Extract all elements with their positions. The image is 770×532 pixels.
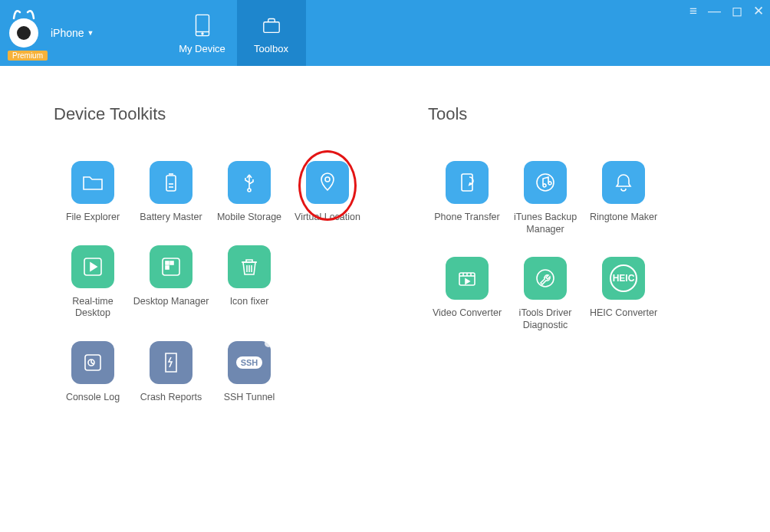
tile-label: Virtual Location — [295, 212, 360, 224]
tile-label: iTools Driver Diagnostic — [507, 307, 584, 331]
svg-point-10 — [325, 177, 330, 182]
svg-rect-4 — [166, 176, 176, 191]
tile-label: Real-time Desktop — [54, 296, 131, 320]
section-title: Device Toolkits — [54, 104, 367, 124]
music-note-icon — [524, 161, 567, 204]
tile-label: Phone Transfer — [434, 212, 499, 224]
tile-label: File Explorer — [66, 212, 120, 224]
tile-console-log[interactable]: Console Log — [54, 341, 132, 404]
section-tools: Tools Phone Transfer iTunes Backup Manag… — [428, 104, 663, 404]
tile-label: Icon fixer — [230, 296, 269, 308]
tile-crash-reports[interactable]: Crash Reports — [132, 341, 210, 404]
window-controls: ≡ — ◻ ✕ — [689, 5, 764, 18]
tile-itunes-backup[interactable]: iTunes Backup Manager — [506, 161, 584, 235]
tile-label: Crash Reports — [140, 392, 202, 404]
crash-icon — [150, 341, 192, 384]
tile-battery-master[interactable]: Battery Master — [132, 161, 210, 224]
bell-icon — [602, 161, 645, 204]
tab-label: Toolbox — [254, 43, 288, 54]
content-area: Device Toolkits File Explorer Battery Ma… — [0, 66, 770, 404]
svg-rect-15 — [166, 266, 169, 269]
location-pin-icon — [306, 161, 349, 204]
svg-rect-13 — [166, 261, 169, 264]
section-device-toolkits: Device Toolkits File Explorer Battery Ma… — [54, 104, 367, 404]
trash-icon — [228, 245, 271, 288]
menu-icon[interactable]: ≡ — [689, 5, 697, 18]
tile-ringtone-maker[interactable]: Ringtone Maker — [584, 161, 663, 235]
tile-label: Video Converter — [433, 307, 502, 320]
apps-grid-icon — [150, 245, 192, 288]
minimize-icon[interactable]: — — [708, 5, 721, 18]
tile-virtual-location[interactable]: Virtual Location — [288, 161, 367, 224]
tile-label: SSH Tunnel — [224, 392, 275, 404]
tile-ssh-tunnel[interactable]: SSH SSH Tunnel — [210, 341, 288, 404]
tools-grid: Phone Transfer iTunes Backup Manager Rin… — [428, 161, 663, 332]
wrench-icon — [524, 257, 567, 300]
tile-realtime-desktop[interactable]: Real-time Desktop — [54, 245, 132, 320]
tile-label: HEIC Converter — [590, 307, 657, 320]
tile-label: Battery Master — [140, 212, 202, 224]
tile-label: iTunes Backup Manager — [507, 212, 584, 235]
tile-mobile-storage[interactable]: Mobile Storage — [210, 161, 288, 224]
play-icon — [71, 245, 114, 288]
tab-toolbox[interactable]: Toolbox — [237, 0, 306, 66]
svg-point-8 — [248, 189, 251, 192]
notification-badge — [265, 340, 272, 347]
maximize-icon[interactable]: ◻ — [732, 5, 742, 18]
app-header: Premium iPhone ▼ My Device Toolbox ≡ — ◻ — [0, 0, 770, 66]
svg-line-23 — [91, 363, 94, 364]
tile-heic-converter[interactable]: HEIC HEIC Converter — [584, 257, 663, 331]
close-icon[interactable]: ✕ — [753, 5, 764, 18]
tile-icon-fixer[interactable]: Icon fixer — [210, 245, 288, 320]
tile-desktop-manager[interactable]: Desktop Manager — [132, 245, 210, 320]
tab-label: My Device — [179, 43, 225, 54]
svg-point-2 — [201, 33, 202, 34]
svg-point-31 — [537, 270, 554, 287]
usb-icon — [228, 161, 271, 204]
tile-driver-diagnostic[interactable]: iTools Driver Diagnostic — [506, 257, 584, 331]
log-icon — [71, 341, 114, 384]
logo-area: Premium iPhone ▼ — [0, 0, 94, 66]
tile-label: Mobile Storage — [217, 212, 281, 224]
tile-phone-transfer[interactable]: Phone Transfer — [428, 161, 506, 235]
section-title: Tools — [428, 104, 663, 124]
device-selector[interactable]: iPhone ▼ — [51, 27, 94, 39]
svg-rect-14 — [170, 261, 173, 264]
ssh-icon: SSH — [228, 341, 271, 384]
nav-tabs: My Device Toolbox — [168, 0, 306, 66]
tile-label: Desktop Manager — [133, 296, 209, 308]
phone-transfer-icon — [446, 161, 489, 204]
premium-badge: Premium — [8, 51, 48, 61]
film-icon — [446, 257, 489, 300]
tab-my-device[interactable]: My Device — [168, 0, 237, 66]
tile-label: Console Log — [66, 392, 120, 404]
tile-label: Ringtone Maker — [590, 212, 657, 224]
svg-rect-3 — [263, 21, 278, 32]
svg-rect-24 — [462, 174, 472, 191]
device-toolkits-grid: File Explorer Battery Master Mobile Stor… — [54, 161, 367, 404]
tile-video-converter[interactable]: Video Converter — [428, 257, 506, 331]
svg-rect-20 — [85, 355, 100, 370]
tile-file-explorer[interactable]: File Explorer — [54, 161, 132, 224]
app-logo: Premium — [6, 15, 41, 51]
device-label: iPhone — [51, 27, 84, 39]
heic-icon: HEIC — [602, 257, 645, 300]
chevron-down-icon: ▼ — [87, 29, 94, 37]
folder-icon — [71, 161, 114, 204]
battery-icon — [150, 161, 192, 204]
